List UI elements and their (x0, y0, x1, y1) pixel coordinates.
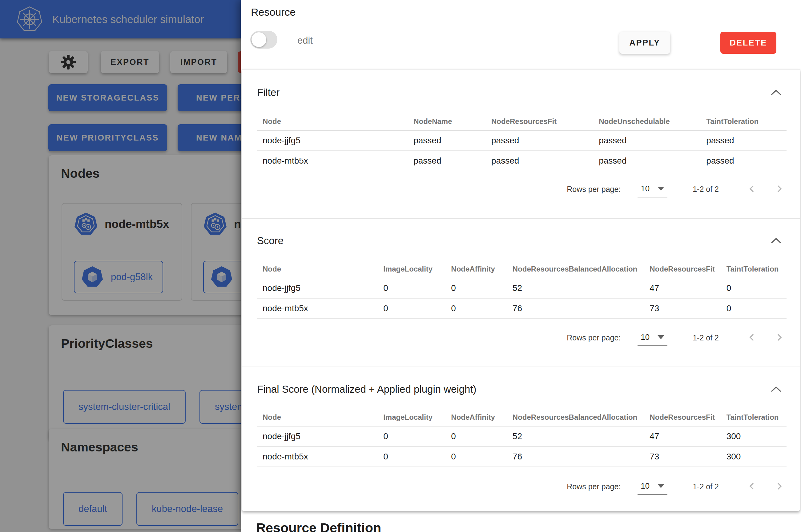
dropdown-caret-icon (658, 335, 664, 339)
table-cell: 0 (445, 298, 507, 319)
rows-per-page-select[interactable]: 10 (638, 478, 668, 495)
chevron-left-icon (748, 185, 756, 193)
resource-drawer: Resource edit APPLY DELETE Filter NodeNo… (241, 0, 801, 532)
dropdown-caret-icon (658, 187, 664, 191)
delete-button[interactable]: DELETE (720, 32, 776, 54)
resource-definition-title: Resource Definition (256, 520, 381, 532)
chevron-up-icon (770, 385, 782, 393)
filter-section-title: Filter (257, 87, 279, 98)
table-cell: 76 (507, 298, 644, 319)
column-header: NodeResourcesBalancedAllocation (507, 260, 644, 278)
chevron-right-icon (775, 482, 783, 490)
next-page-button[interactable] (775, 185, 783, 194)
table-cell: node-jjfg5 (257, 426, 378, 446)
table-cell: 0 (378, 278, 445, 298)
rows-per-page-label: Rows per page: (567, 185, 621, 194)
table-cell: 0 (721, 278, 786, 298)
table-cell: 47 (644, 278, 721, 298)
table-cell: node-mtb5x (257, 151, 408, 171)
table-cell: 52 (507, 278, 644, 298)
table-cell: 0 (378, 298, 445, 319)
column-header: NodeUnschedulable (593, 113, 700, 130)
table-cell: 0 (445, 426, 507, 446)
final-score-pagination: Rows per page: 10 1-2 of 2 (567, 477, 783, 496)
filter-table: NodeNodeNameNodeResourcesFitNodeUnschedu… (257, 113, 786, 171)
final-score-table: NodeImageLocalityNodeAffinityNodeResourc… (257, 408, 786, 467)
scheduler-results-card: Filter NodeNodeNameNodeResourcesFitNodeU… (242, 69, 800, 511)
page-range-label: 1-2 of 2 (693, 482, 719, 491)
table-cell: node-mtb5x (257, 298, 378, 319)
rows-per-page-value: 10 (641, 332, 650, 342)
column-header: TaintToleration (700, 113, 786, 130)
table-cell: node-mtb5x (257, 446, 378, 467)
next-page-button[interactable] (775, 482, 783, 491)
column-header: NodeResourcesFit (644, 408, 721, 426)
column-header: Node (257, 260, 378, 278)
edit-toggle-label: edit (297, 35, 313, 46)
table-row: node-jjfg5005247300 (257, 426, 786, 446)
table-cell: 0 (445, 446, 507, 467)
filter-pagination: Rows per page: 10 1-2 of 2 (567, 179, 783, 199)
table-cell: node-jjfg5 (257, 278, 378, 298)
score-pagination: Rows per page: 10 1-2 of 2 (567, 328, 783, 347)
table-row: node-jjfg50052470 (257, 278, 786, 298)
rows-per-page-value: 10 (641, 481, 650, 491)
previous-page-button[interactable] (748, 482, 756, 491)
score-table: NodeImageLocalityNodeAffinityNodeResourc… (257, 260, 786, 319)
table-cell: 300 (721, 446, 786, 467)
page-range-label: 1-2 of 2 (693, 185, 719, 194)
next-page-button[interactable] (775, 333, 783, 342)
chevron-right-icon (775, 333, 783, 341)
chevron-up-icon (770, 89, 782, 96)
column-header: ImageLocality (378, 260, 445, 278)
table-row: node-mtb5xpassedpassedpassedpassed (257, 151, 786, 171)
chevron-left-icon (748, 333, 756, 341)
column-header: ImageLocality (378, 408, 445, 426)
table-cell: passed (486, 130, 593, 151)
table-cell: passed (408, 151, 486, 171)
table-cell: 0 (378, 446, 445, 467)
column-header: NodeResourcesFit (644, 260, 721, 278)
final-score-collapse-button[interactable] (770, 385, 782, 394)
score-collapse-button[interactable] (770, 236, 782, 245)
table-cell: 73 (644, 446, 721, 467)
table-cell: 73 (644, 298, 721, 319)
previous-page-button[interactable] (748, 333, 756, 342)
column-header: NodeAffinity (445, 260, 507, 278)
table-cell: 52 (507, 426, 644, 446)
column-header: Node (257, 113, 408, 130)
rows-per-page-select[interactable]: 10 (638, 181, 668, 197)
section-divider (242, 366, 800, 367)
modal-scrim[interactable] (0, 0, 241, 532)
table-header-row: NodeImageLocalityNodeAffinityNodeResourc… (257, 260, 786, 278)
table-cell: 300 (721, 426, 786, 446)
edit-toggle[interactable] (250, 31, 277, 49)
table-header-row: NodeImageLocalityNodeAffinityNodeResourc… (257, 408, 786, 426)
column-header: TaintToleration (721, 408, 786, 426)
table-row: node-mtb5x007673300 (257, 446, 786, 467)
table-cell: passed (486, 151, 593, 171)
table-cell: 0 (721, 298, 786, 319)
table-cell: passed (700, 151, 786, 171)
table-cell: passed (593, 151, 700, 171)
table-cell: node-jjfg5 (257, 130, 408, 151)
table-cell: passed (408, 130, 486, 151)
dropdown-caret-icon (658, 484, 664, 488)
column-header: NodeResourcesBalancedAllocation (507, 408, 644, 426)
section-divider (242, 218, 800, 219)
rows-per-page-select[interactable]: 10 (638, 330, 668, 346)
filter-collapse-button[interactable] (770, 88, 782, 97)
rows-per-page-value: 10 (641, 184, 650, 193)
table-cell: passed (593, 130, 700, 151)
column-header: TaintToleration (721, 260, 786, 278)
table-row: node-mtb5x0076730 (257, 298, 786, 319)
table-cell: 47 (644, 426, 721, 446)
apply-button[interactable]: APPLY (619, 32, 670, 54)
previous-page-button[interactable] (748, 185, 756, 194)
final-score-section-title: Final Score (Normalized + Applied plugin… (257, 383, 476, 395)
column-header: NodeAffinity (445, 408, 507, 426)
table-cell: 76 (507, 446, 644, 467)
score-section-title: Score (257, 235, 284, 247)
screen: Kubernetes scheduler simulator EXPORT (0, 0, 801, 532)
drawer-title: Resource (251, 6, 296, 18)
